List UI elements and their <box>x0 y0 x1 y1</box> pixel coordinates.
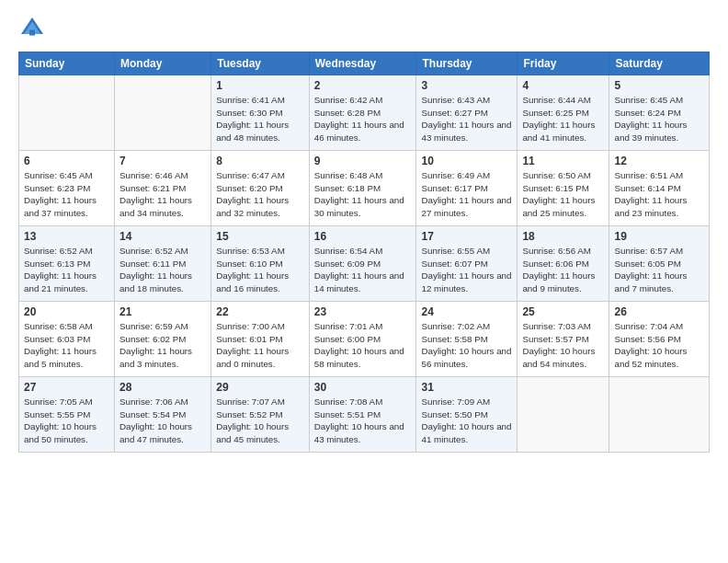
calendar-cell: 21Sunrise: 6:59 AM Sunset: 6:02 PM Dayli… <box>115 302 211 377</box>
day-number: 24 <box>421 305 512 318</box>
day-info: Sunrise: 6:55 AM Sunset: 6:07 PM Dayligh… <box>421 245 512 295</box>
day-number: 4 <box>522 79 604 92</box>
day-number: 14 <box>119 230 206 243</box>
day-info: Sunrise: 7:05 AM Sunset: 5:55 PM Dayligh… <box>24 396 109 446</box>
day-number: 5 <box>614 79 704 92</box>
weekday-header-thursday: Thursday <box>416 52 518 75</box>
day-info: Sunrise: 6:42 AM Sunset: 6:28 PM Dayligh… <box>314 94 412 144</box>
day-info: Sunrise: 7:04 AM Sunset: 5:56 PM Dayligh… <box>614 320 704 371</box>
day-number: 31 <box>421 381 512 394</box>
week-row-1: 1Sunrise: 6:41 AM Sunset: 6:30 PM Daylig… <box>19 75 710 151</box>
day-info: Sunrise: 6:59 AM Sunset: 6:02 PM Dayligh… <box>119 320 206 371</box>
weekday-header-tuesday: Tuesday <box>211 52 310 75</box>
day-number: 15 <box>216 230 304 243</box>
day-info: Sunrise: 6:48 AM Sunset: 6:18 PM Dayligh… <box>314 169 412 220</box>
day-info: Sunrise: 6:58 AM Sunset: 6:03 PM Dayligh… <box>24 320 109 371</box>
calendar-cell: 17Sunrise: 6:55 AM Sunset: 6:07 PM Dayli… <box>416 226 518 302</box>
calendar-cell: 31Sunrise: 7:09 AM Sunset: 5:50 PM Dayli… <box>416 377 518 453</box>
day-number: 25 <box>522 305 604 318</box>
calendar-cell: 12Sunrise: 6:51 AM Sunset: 6:14 PM Dayli… <box>609 151 710 226</box>
day-info: Sunrise: 7:00 AM Sunset: 6:01 PM Dayligh… <box>216 320 304 371</box>
day-info: Sunrise: 6:44 AM Sunset: 6:25 PM Dayligh… <box>522 94 604 144</box>
week-row-4: 20Sunrise: 6:58 AM Sunset: 6:03 PM Dayli… <box>19 302 710 377</box>
day-number: 3 <box>421 79 512 92</box>
day-number: 13 <box>24 230 109 243</box>
header <box>18 15 710 42</box>
calendar-cell: 25Sunrise: 7:03 AM Sunset: 5:57 PM Dayli… <box>518 302 609 377</box>
page: SundayMondayTuesdayWednesdayThursdayFrid… <box>0 0 728 471</box>
day-info: Sunrise: 7:01 AM Sunset: 6:00 PM Dayligh… <box>314 320 412 371</box>
calendar-cell: 5Sunrise: 6:45 AM Sunset: 6:24 PM Daylig… <box>609 75 710 151</box>
day-info: Sunrise: 6:50 AM Sunset: 6:15 PM Dayligh… <box>522 169 604 220</box>
day-number: 19 <box>614 230 704 243</box>
calendar-cell: 7Sunrise: 6:46 AM Sunset: 6:21 PM Daylig… <box>115 151 211 226</box>
day-number: 11 <box>522 155 604 167</box>
calendar-cell: 14Sunrise: 6:52 AM Sunset: 6:11 PM Dayli… <box>115 226 211 302</box>
week-row-2: 6Sunrise: 6:45 AM Sunset: 6:23 PM Daylig… <box>19 151 710 226</box>
calendar-cell <box>518 377 609 453</box>
day-info: Sunrise: 7:08 AM Sunset: 5:51 PM Dayligh… <box>314 396 412 446</box>
calendar-cell: 15Sunrise: 6:53 AM Sunset: 6:10 PM Dayli… <box>211 226 310 302</box>
day-number: 23 <box>314 305 412 318</box>
week-row-5: 27Sunrise: 7:05 AM Sunset: 5:55 PM Dayli… <box>19 377 710 453</box>
calendar-cell: 29Sunrise: 7:07 AM Sunset: 5:52 PM Dayli… <box>211 377 310 453</box>
calendar-cell: 9Sunrise: 6:48 AM Sunset: 6:18 PM Daylig… <box>309 151 416 226</box>
calendar-cell: 8Sunrise: 6:47 AM Sunset: 6:20 PM Daylig… <box>211 151 310 226</box>
logo <box>18 15 50 42</box>
day-number: 9 <box>314 155 412 167</box>
day-number: 1 <box>216 79 304 92</box>
calendar-cell <box>115 75 211 151</box>
day-info: Sunrise: 7:07 AM Sunset: 5:52 PM Dayligh… <box>216 396 304 446</box>
day-info: Sunrise: 6:47 AM Sunset: 6:20 PM Dayligh… <box>216 169 304 220</box>
day-number: 28 <box>119 381 206 394</box>
calendar-cell: 23Sunrise: 7:01 AM Sunset: 6:00 PM Dayli… <box>309 302 416 377</box>
weekday-header-wednesday: Wednesday <box>309 52 416 75</box>
day-number: 30 <box>314 381 412 394</box>
day-info: Sunrise: 6:45 AM Sunset: 6:24 PM Dayligh… <box>614 94 704 144</box>
logo-icon <box>18 15 46 42</box>
header-row: SundayMondayTuesdayWednesdayThursdayFrid… <box>19 52 710 75</box>
calendar-cell: 13Sunrise: 6:52 AM Sunset: 6:13 PM Dayli… <box>19 226 115 302</box>
day-number: 20 <box>24 305 109 318</box>
day-number: 21 <box>119 305 206 318</box>
day-info: Sunrise: 6:53 AM Sunset: 6:10 PM Dayligh… <box>216 245 304 295</box>
calendar-cell: 16Sunrise: 6:54 AM Sunset: 6:09 PM Dayli… <box>309 226 416 302</box>
calendar-cell: 28Sunrise: 7:06 AM Sunset: 5:54 PM Dayli… <box>115 377 211 453</box>
day-number: 29 <box>216 381 304 394</box>
day-number: 7 <box>119 155 206 167</box>
calendar-cell: 24Sunrise: 7:02 AM Sunset: 5:58 PM Dayli… <box>416 302 518 377</box>
day-info: Sunrise: 6:57 AM Sunset: 6:05 PM Dayligh… <box>614 245 704 295</box>
day-info: Sunrise: 6:52 AM Sunset: 6:11 PM Dayligh… <box>119 245 206 295</box>
calendar-cell: 20Sunrise: 6:58 AM Sunset: 6:03 PM Dayli… <box>19 302 115 377</box>
day-info: Sunrise: 6:49 AM Sunset: 6:17 PM Dayligh… <box>421 169 512 220</box>
day-info: Sunrise: 7:02 AM Sunset: 5:58 PM Dayligh… <box>421 320 512 371</box>
day-number: 2 <box>314 79 412 92</box>
day-info: Sunrise: 6:51 AM Sunset: 6:14 PM Dayligh… <box>614 169 704 220</box>
day-number: 18 <box>522 230 604 243</box>
day-number: 8 <box>216 155 304 167</box>
day-number: 27 <box>24 381 109 394</box>
calendar-cell: 4Sunrise: 6:44 AM Sunset: 6:25 PM Daylig… <box>518 75 609 151</box>
week-row-3: 13Sunrise: 6:52 AM Sunset: 6:13 PM Dayli… <box>19 226 710 302</box>
calendar-cell: 30Sunrise: 7:08 AM Sunset: 5:51 PM Dayli… <box>309 377 416 453</box>
day-info: Sunrise: 6:45 AM Sunset: 6:23 PM Dayligh… <box>24 169 109 220</box>
calendar-cell <box>19 75 115 151</box>
calendar-cell: 19Sunrise: 6:57 AM Sunset: 6:05 PM Dayli… <box>609 226 710 302</box>
day-info: Sunrise: 6:46 AM Sunset: 6:21 PM Dayligh… <box>119 169 206 220</box>
weekday-header-monday: Monday <box>115 52 211 75</box>
day-number: 17 <box>421 230 512 243</box>
day-number: 12 <box>614 155 704 167</box>
day-number: 6 <box>24 155 109 167</box>
calendar-cell: 10Sunrise: 6:49 AM Sunset: 6:17 PM Dayli… <box>416 151 518 226</box>
calendar-cell <box>609 377 710 453</box>
calendar-cell: 1Sunrise: 6:41 AM Sunset: 6:30 PM Daylig… <box>211 75 310 151</box>
day-info: Sunrise: 7:06 AM Sunset: 5:54 PM Dayligh… <box>119 396 206 446</box>
calendar-cell: 26Sunrise: 7:04 AM Sunset: 5:56 PM Dayli… <box>609 302 710 377</box>
day-info: Sunrise: 6:54 AM Sunset: 6:09 PM Dayligh… <box>314 245 412 295</box>
calendar-cell: 18Sunrise: 6:56 AM Sunset: 6:06 PM Dayli… <box>518 226 609 302</box>
day-info: Sunrise: 6:43 AM Sunset: 6:27 PM Dayligh… <box>421 94 512 144</box>
day-info: Sunrise: 7:03 AM Sunset: 5:57 PM Dayligh… <box>522 320 604 371</box>
weekday-header-friday: Friday <box>518 52 609 75</box>
calendar-cell: 2Sunrise: 6:42 AM Sunset: 6:28 PM Daylig… <box>309 75 416 151</box>
svg-rect-2 <box>29 30 35 36</box>
